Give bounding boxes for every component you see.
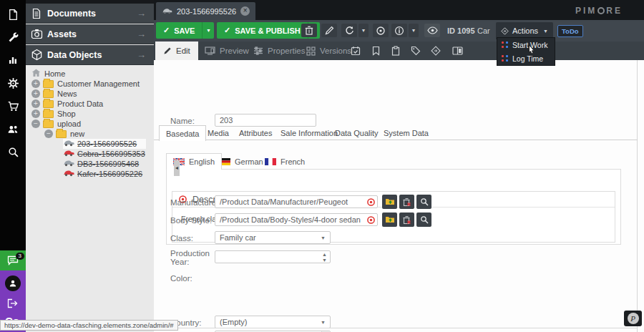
tree-item-folder[interactable]: + News <box>31 89 77 99</box>
caret-down-icon[interactable]: ▼ <box>321 320 326 325</box>
document-tabbar: 203-1566995526 × PIM RE <box>154 0 644 20</box>
expand-plus-icon[interactable]: + <box>31 89 40 98</box>
bodystyle-remove-button[interactable] <box>399 213 414 227</box>
tree-item-label: Home <box>44 69 65 78</box>
ecommerce-cart-icon[interactable] <box>0 94 26 117</box>
tab-data-quality[interactable]: Data Quality <box>328 125 385 140</box>
tree-item-folder-upload[interactable]: − upload <box>31 119 81 129</box>
rename-button[interactable] <box>321 24 337 37</box>
notes-button[interactable] <box>389 44 403 57</box>
chat-button[interactable]: 3 <box>0 250 26 270</box>
caret-down-icon: ▼ <box>543 29 548 34</box>
accordion-documents[interactable]: Documents → <box>26 4 154 24</box>
country-select[interactable]: (Empty) <box>215 316 331 328</box>
bookmark-button[interactable] <box>369 44 383 57</box>
tree-item-label: Kafer-1566995226 <box>77 170 142 178</box>
settings-gear-icon[interactable] <box>0 72 26 94</box>
bodystyle-input[interactable] <box>215 213 378 226</box>
reload-button[interactable] <box>341 24 357 37</box>
dirty-field-target-icon <box>366 215 376 225</box>
lang-tab-french[interactable]: French <box>258 153 311 170</box>
bodystyle-open-button[interactable] <box>382 213 397 227</box>
search-icon[interactable] <box>0 140 26 163</box>
tools-wrench-icon[interactable] <box>0 26 26 49</box>
spinner-down-icon[interactable]: ▼ <box>322 258 327 263</box>
status-url-tooltip: https://dev-demo-data-cfasching.elements… <box>0 320 178 331</box>
object-type-label: Car <box>477 26 490 35</box>
accordion-assets[interactable]: Assets → <box>26 24 154 44</box>
tab-edit-label: Edit <box>176 47 190 55</box>
collapse-minus-icon[interactable]: − <box>31 119 40 128</box>
documents-icon[interactable] <box>0 3 26 26</box>
tab-close-icon[interactable]: × <box>240 6 250 16</box>
logout-icon[interactable] <box>7 298 19 311</box>
manufacturer-remove-button[interactable] <box>399 195 414 209</box>
dirty-field-target-icon <box>366 197 376 207</box>
bodystyle-search-button[interactable] <box>416 213 431 227</box>
tab-attributes[interactable]: Attributes <box>233 125 278 140</box>
info-caret-button[interactable]: ▼ <box>409 24 419 37</box>
tree-item-folder-new[interactable]: − new <box>44 129 84 139</box>
caret-down-icon[interactable]: ▼ <box>321 235 326 240</box>
tag-icon <box>411 46 421 56</box>
translations-button[interactable] <box>450 44 464 57</box>
tab-edit[interactable]: Edit <box>155 42 198 60</box>
sidebar-collapse-handle[interactable]: ◂ <box>174 160 180 176</box>
manufacturer-search-button[interactable] <box>416 195 431 209</box>
car-icon <box>162 8 172 14</box>
tab-preview-label: Preview <box>220 47 249 55</box>
user-avatar[interactable] <box>5 275 21 291</box>
tree-item-car[interactable]: DB3-1566995468 <box>63 159 139 169</box>
collapse-minus-icon[interactable]: − <box>44 130 53 138</box>
save-publish-label: SAVE & PUBLISH <box>235 26 300 35</box>
manufacturer-label: Manufacturer: <box>170 198 221 207</box>
tree-item-home[interactable]: Home <box>31 69 65 79</box>
tree-item-car-selected[interactable]: 203-1566995526 <box>63 139 146 149</box>
tree-item-folder[interactable]: + Customer Management <box>31 79 140 89</box>
name-input[interactable] <box>215 114 316 127</box>
tab-basedata[interactable]: Basedata <box>159 125 206 141</box>
expand-arrow-icon[interactable]: → <box>137 29 154 39</box>
tree-item-folder[interactable]: + Shop <box>31 109 76 119</box>
accordion-data-objects[interactable]: Data Objects → <box>26 45 154 65</box>
expand-arrow-icon[interactable]: → <box>137 49 154 60</box>
production-year-spinner[interactable] <box>215 250 331 263</box>
spinner-up-icon[interactable]: ▲ <box>322 252 327 257</box>
lang-label: French <box>280 157 305 166</box>
monitor-icon <box>205 47 215 55</box>
mouse-cursor <box>526 44 535 56</box>
save-button[interactable]: ✓SAVE ▼ <box>156 22 214 39</box>
workflow-button[interactable] <box>429 44 443 57</box>
locate-in-tree-button[interactable] <box>373 24 389 37</box>
reports-chart-icon[interactable] <box>0 49 26 72</box>
browser-extension-badge[interactable]: P <box>624 311 642 326</box>
tree-item-car[interactable]: Cobra-1566995353 <box>63 149 145 159</box>
manufacturer-input[interactable] <box>215 195 378 208</box>
save-dropdown-caret[interactable]: ▼ <box>202 22 214 39</box>
tab-system-data[interactable]: System Data <box>377 125 435 140</box>
expand-arrow-icon[interactable]: → <box>137 8 154 19</box>
tab-label: Data Quality <box>335 129 379 137</box>
info-button[interactable] <box>391 24 407 37</box>
users-icon[interactable] <box>0 117 26 140</box>
delete-button[interactable] <box>301 24 317 37</box>
expand-plus-icon[interactable]: + <box>31 99 40 108</box>
tree-item-car[interactable]: Kafer-1566995226 <box>63 169 142 179</box>
eye-icon <box>427 26 438 34</box>
folder-open-icon <box>385 215 395 224</box>
schedule-button[interactable] <box>348 44 363 57</box>
reload-caret-button[interactable]: ▼ <box>358 24 369 37</box>
expand-plus-icon[interactable]: + <box>31 109 40 118</box>
class-select[interactable]: Family car <box>215 231 331 244</box>
manufacturer-open-button[interactable] <box>382 195 397 209</box>
open-object-tab[interactable]: 203-1566995526 × <box>156 2 255 20</box>
tags-button[interactable] <box>409 44 423 57</box>
tree-item-folder[interactable]: + Product Data <box>31 99 103 109</box>
person-icon <box>9 279 17 288</box>
preview-eye-button[interactable] <box>424 24 440 37</box>
expand-plus-icon[interactable]: + <box>31 79 40 88</box>
refresh-icon <box>345 26 354 35</box>
camera-icon <box>26 29 47 39</box>
pencil-icon <box>325 26 334 35</box>
cube-icon <box>26 49 47 61</box>
